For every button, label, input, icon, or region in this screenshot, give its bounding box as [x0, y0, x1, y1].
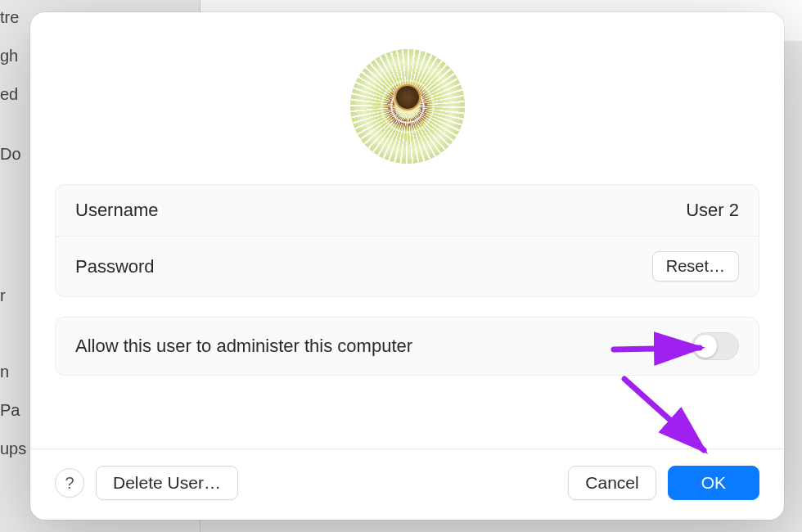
- user-credentials-section: Username User 2 Password Reset…: [55, 184, 759, 297]
- dialog-footer: ? Delete User… Cancel OK: [30, 449, 784, 520]
- password-label: Password: [75, 256, 155, 277]
- cancel-button[interactable]: Cancel: [568, 466, 656, 500]
- user-settings-dialog: Username User 2 Password Reset… Allow th…: [30, 12, 784, 520]
- toggle-knob: [694, 335, 717, 358]
- help-icon: ?: [65, 474, 74, 493]
- username-row: Username User 2: [56, 185, 759, 236]
- user-avatar-dandelion-icon[interactable]: [350, 49, 465, 164]
- username-value: User 2: [686, 200, 739, 221]
- admin-row: Allow this user to administer this compu…: [56, 318, 759, 375]
- username-label: Username: [75, 200, 158, 221]
- avatar-area: [30, 12, 784, 164]
- admin-label: Allow this user to administer this compu…: [75, 336, 412, 357]
- admin-toggle[interactable]: [692, 332, 739, 360]
- admin-section: Allow this user to administer this compu…: [55, 317, 759, 376]
- password-row: Password Reset…: [56, 236, 759, 296]
- reset-password-button[interactable]: Reset…: [652, 251, 739, 282]
- ok-button[interactable]: OK: [668, 466, 759, 500]
- help-button[interactable]: ?: [55, 468, 84, 498]
- delete-user-button[interactable]: Delete User…: [96, 466, 238, 500]
- dialog-content: Username User 2 Password Reset… Allow th…: [30, 164, 784, 442]
